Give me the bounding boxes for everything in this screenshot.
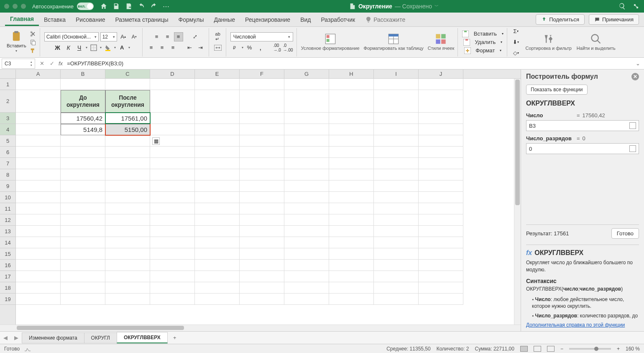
align-center-icon[interactable]: ≡ xyxy=(158,43,167,52)
dropdown-caret-icon[interactable]: ﹀ xyxy=(434,3,439,9)
zoom-value[interactable]: 160 % xyxy=(626,346,640,352)
accessibility-icon[interactable] xyxy=(24,346,32,352)
horizontal-scrollbar[interactable] xyxy=(0,325,521,331)
row-header-12[interactable]: 12 xyxy=(0,214,15,226)
tab-view[interactable]: Вид xyxy=(295,14,316,26)
vscroll-thumb[interactable] xyxy=(515,80,520,205)
font-size-select[interactable]: 12▾ xyxy=(100,32,117,41)
decrease-font-icon[interactable]: A▾ xyxy=(130,32,139,41)
tab-data[interactable]: Данные xyxy=(209,14,240,26)
range-picker-icon[interactable] xyxy=(629,122,636,129)
comma-icon[interactable]: , xyxy=(256,43,265,52)
undo-icon[interactable] xyxy=(138,3,145,10)
tab-draw[interactable]: Рисование xyxy=(71,14,110,26)
arg2-input[interactable]: 0 xyxy=(526,143,639,154)
view-normal-icon[interactable] xyxy=(520,346,528,352)
select-all-corner[interactable] xyxy=(0,70,16,79)
col-header-e[interactable]: E xyxy=(195,70,240,78)
row-header-6[interactable]: 6 xyxy=(0,147,15,158)
autofill-options-icon[interactable]: ▦ xyxy=(152,137,160,145)
row-header-13[interactable]: 13 xyxy=(0,226,15,237)
find-select-button[interactable]: Найти и выделить xyxy=(577,33,616,51)
row-header-5[interactable]: 5 xyxy=(0,135,15,147)
sort-filter-button[interactable]: Сортировка и фильтр xyxy=(526,33,572,51)
autosave-icon[interactable] xyxy=(125,3,133,10)
cell-c3[interactable]: 17561,00 xyxy=(105,113,150,124)
row-header-16[interactable]: 16 xyxy=(0,260,15,271)
cancel-formula-icon[interactable]: ✕ xyxy=(37,59,47,69)
cut-icon[interactable] xyxy=(30,31,36,37)
italic-button[interactable]: К xyxy=(64,43,73,52)
comments-button[interactable]: Примечания xyxy=(589,14,639,25)
tab-developer[interactable]: Разработчик xyxy=(316,14,360,26)
share-button[interactable]: Поделиться xyxy=(536,14,585,25)
sheet-tab-2[interactable]: ОКРУГЛВВЕРХ xyxy=(117,332,168,343)
align-top-icon[interactable]: ≡ xyxy=(152,32,161,41)
cell-c4[interactable]: 5150,00 xyxy=(105,124,150,135)
percent-icon[interactable]: % xyxy=(245,43,254,52)
col-header-h[interactable]: H xyxy=(329,70,374,78)
align-right-icon[interactable]: ≡ xyxy=(169,43,178,52)
redo-icon[interactable] xyxy=(150,3,158,10)
cell-b2[interactable]: До округления xyxy=(61,90,105,113)
border-button[interactable] xyxy=(89,43,98,52)
expand-formula-bar-icon[interactable]: ⌄ xyxy=(636,60,644,67)
prev-sheet-icon[interactable]: ◀ xyxy=(1,333,10,343)
hscroll-thumb[interactable] xyxy=(17,326,184,330)
sheet-tab-0[interactable]: Изменение формата xyxy=(22,332,84,343)
increase-indent-icon[interactable]: ⇥ xyxy=(196,43,205,52)
row-header-9[interactable]: 9 xyxy=(0,180,15,192)
row-header-17[interactable]: 17 xyxy=(0,271,15,282)
range-picker-icon-2[interactable] xyxy=(629,145,636,152)
autosave-toggle[interactable]: вкл. xyxy=(77,3,94,10)
cell-styles-button[interactable]: Стили ячеек xyxy=(428,33,454,51)
col-header-d[interactable]: D xyxy=(150,70,195,78)
next-sheet-icon[interactable]: ▶ xyxy=(12,333,21,343)
zoom-in-icon[interactable]: + xyxy=(617,346,620,352)
number-format-select[interactable]: Числовой▾ xyxy=(230,32,293,41)
accept-formula-icon[interactable]: ✓ xyxy=(47,59,57,69)
clear-icon[interactable]: ◇ ▾ xyxy=(511,49,521,58)
format-painter-icon[interactable] xyxy=(30,47,36,54)
maximize-window[interactable] xyxy=(21,4,26,9)
close-window[interactable] xyxy=(4,4,9,9)
wrap-text-icon[interactable]: ab↵ xyxy=(213,32,222,41)
row-header-18[interactable]: 18 xyxy=(0,282,15,294)
close-pane-icon[interactable]: ✕ xyxy=(631,73,639,80)
fill-icon[interactable]: ⬇ ▾ xyxy=(511,38,521,47)
row-header-15[interactable]: 15 xyxy=(0,248,15,260)
tab-home[interactable]: Главная xyxy=(5,13,39,26)
row-header-11[interactable]: 11 xyxy=(0,203,15,214)
col-header-i[interactable]: I xyxy=(374,70,419,78)
arg1-input[interactable]: B3 xyxy=(526,120,639,131)
merge-cells-icon[interactable] xyxy=(213,43,222,52)
row-header-7[interactable]: 7 xyxy=(0,158,15,169)
autosum-icon[interactable]: Σ ▾ xyxy=(511,27,521,36)
increase-font-icon[interactable]: A▴ xyxy=(119,32,128,41)
col-header-j[interactable]: J xyxy=(419,70,463,78)
increase-decimal-icon[interactable]: .00→.0 xyxy=(273,43,282,52)
row-header-14[interactable]: 14 xyxy=(0,237,15,248)
show-all-functions-button[interactable]: Показать все функции xyxy=(526,85,588,95)
conditional-format-button[interactable]: Условное форматирование xyxy=(301,33,360,51)
cell-area[interactable]: До округленияПосле округления 17560,4217… xyxy=(16,79,514,325)
col-header-f[interactable]: F xyxy=(240,70,284,78)
format-cells-button[interactable]: Формат ▾ xyxy=(464,47,501,54)
row-header-1[interactable]: 1 xyxy=(0,79,15,90)
name-box[interactable]: C3 ▴▾ xyxy=(2,59,35,69)
home-icon[interactable] xyxy=(100,3,107,10)
row-header-19[interactable]: 19 xyxy=(0,294,15,305)
row-header-3[interactable]: 3 xyxy=(0,113,15,124)
zoom-thumb[interactable] xyxy=(594,347,598,351)
formula-input[interactable]: =ОКРУГЛВВЕРХ(B3;0) xyxy=(64,60,636,67)
cell-b4[interactable]: 5149,8 xyxy=(61,124,105,135)
col-header-c[interactable]: C xyxy=(105,70,150,78)
zoom-slider[interactable] xyxy=(569,348,611,350)
more-icon[interactable]: ⋯ xyxy=(163,3,169,10)
col-header-b[interactable]: B xyxy=(61,70,105,78)
tab-formulas[interactable]: Формулы xyxy=(174,14,209,26)
col-header-g[interactable]: G xyxy=(284,70,329,78)
cell-c2[interactable]: После округления xyxy=(105,90,150,113)
currency-icon[interactable]: ₽ xyxy=(231,43,240,52)
align-left-icon[interactable]: ≡ xyxy=(147,43,156,52)
